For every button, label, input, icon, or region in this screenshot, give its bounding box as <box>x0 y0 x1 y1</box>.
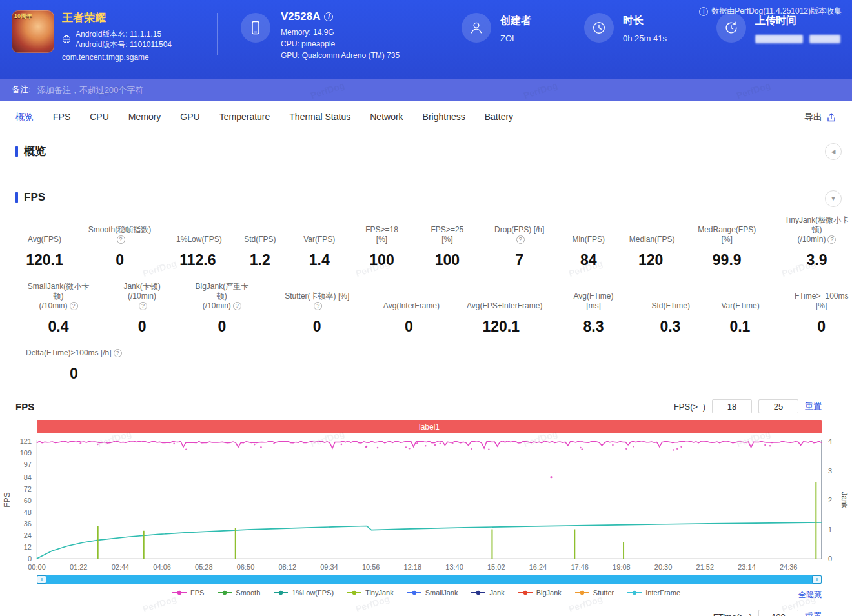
fps-section-title: FPS <box>24 191 45 204</box>
svg-text:0: 0 <box>28 555 32 562</box>
legend-item-smooth[interactable]: Smooth <box>217 589 260 597</box>
collect-info: i 数据由PerfDog(11.4.251012)版本收集 <box>699 6 842 17</box>
metric-value: 84 <box>570 252 607 269</box>
creator-value: ZOL <box>500 34 531 43</box>
note-input[interactable] <box>36 84 372 95</box>
help-icon[interactable]: ? <box>233 302 241 310</box>
svg-text:97: 97 <box>24 461 32 468</box>
chart-label-banner: label1 <box>37 420 822 433</box>
legend-item-bigjank[interactable]: BigJank <box>518 589 562 597</box>
tab-battery[interactable]: Battery <box>485 112 513 123</box>
legend-item-tinyjank[interactable]: TinyJank <box>347 589 394 597</box>
ftime-threshold-input[interactable] <box>758 610 798 616</box>
redacted-block <box>755 35 803 43</box>
svg-text:09:34: 09:34 <box>320 563 338 571</box>
legend-item-jank[interactable]: Jank <box>471 589 504 597</box>
help-icon[interactable]: ? <box>70 302 78 310</box>
help-icon[interactable]: ? <box>827 235 836 244</box>
legend-item-interframe[interactable]: InterFrame <box>627 589 680 597</box>
metric-value: 99.9 <box>694 252 759 269</box>
export-button[interactable]: 导出 <box>804 112 837 123</box>
metric-value: 100 <box>360 252 403 269</box>
svg-text:4: 4 <box>828 437 832 445</box>
fps-chart-title: FPS <box>15 401 34 412</box>
phone-icon <box>241 13 270 43</box>
creator-label: 创建者 <box>500 14 531 28</box>
scrollbar-right-handle[interactable]: ‖ <box>812 575 822 584</box>
collapse-overview-button[interactable]: ◀ <box>825 143 842 160</box>
legend-marker <box>471 590 486 596</box>
tab-temperature[interactable]: Temperature <box>219 112 270 123</box>
note-label: 备注: <box>12 84 31 95</box>
tab-概览[interactable]: 概览 <box>15 112 34 123</box>
svg-text:FPS: FPS <box>3 492 12 507</box>
legend-item-stutter[interactable]: Stutter <box>574 589 614 597</box>
collapse-fps-button[interactable]: ▼ <box>825 190 842 207</box>
svg-text:72: 72 <box>24 485 32 493</box>
svg-text:10:56: 10:56 <box>362 563 380 571</box>
metric: BigJank(严重卡顿)(/10min)?0 <box>193 282 251 335</box>
tab-memory[interactable]: Memory <box>128 112 161 123</box>
help-icon[interactable]: ? <box>516 235 525 244</box>
metric: Stutter(卡顿率) [%]?0 <box>283 292 351 335</box>
help-icon[interactable]: ? <box>314 302 322 310</box>
tab-network[interactable]: Network <box>370 112 403 123</box>
tab-gpu[interactable]: GPU <box>180 112 199 123</box>
metric-value: 1.4 <box>301 252 338 269</box>
device-name: V2528A <box>281 10 320 23</box>
help-icon[interactable]: ? <box>139 302 147 310</box>
metric: TinyJank(极微小卡顿)(/10min)?3.9 <box>782 215 852 269</box>
fps-metrics-grid: Avg(FPS)120.1Smooth(稳帧指数)?01%Low(FPS)112… <box>0 212 852 383</box>
metric: Std(FTime)0.3 <box>651 301 689 335</box>
fps-threshold-input-1[interactable] <box>712 399 752 413</box>
hide-all-button[interactable]: 全隐藏 <box>798 590 822 601</box>
svg-text:08:12: 08:12 <box>278 563 296 571</box>
fps-threshold-input-2[interactable] <box>758 399 798 413</box>
svg-text:12: 12 <box>24 543 32 551</box>
fps-chart-plot[interactable]: 012243648607284971091210123400:0001:2202… <box>0 436 852 573</box>
svg-text:Jank: Jank <box>840 492 849 508</box>
svg-text:12:18: 12:18 <box>404 563 422 571</box>
metric: FPS>=18 [%]100 <box>360 225 403 269</box>
tab-thermal-status[interactable]: Thermal Status <box>289 112 350 123</box>
report-header: 10周年 王者荣耀 Android版本名: 11.1.1.15 Android版… <box>0 0 852 79</box>
section-accent-bar <box>15 192 18 203</box>
reset-button[interactable]: 重置 <box>805 401 822 412</box>
svg-text:121: 121 <box>20 437 32 445</box>
legend-item-1-low-fps-[interactable]: 1%Low(FPS) <box>273 589 334 597</box>
legend-marker <box>407 590 422 596</box>
chart-scrollbar[interactable]: ‖ ‖ <box>37 575 822 584</box>
legend-item-fps[interactable]: FPS <box>172 589 204 597</box>
svg-text:2: 2 <box>828 496 832 504</box>
metric: SmallJank(微小卡顿)(/10min)?0.4 <box>26 282 91 335</box>
duration-label: 时长 <box>623 14 667 28</box>
metric-value: 120.1 <box>26 252 63 269</box>
legend-item-smalljank[interactable]: SmallJank <box>407 589 458 597</box>
svg-text:60: 60 <box>24 497 32 504</box>
svg-text:17:46: 17:46 <box>571 563 589 571</box>
person-icon <box>462 13 491 43</box>
metric: Delta(FTime)>100ms [/h]?0 <box>26 348 122 383</box>
ftime-reset-button[interactable]: 重置 <box>805 611 822 616</box>
metric-value: 100 <box>425 252 469 269</box>
upload-time-icon <box>716 13 746 43</box>
export-icon <box>826 112 837 123</box>
svg-text:00:00: 00:00 <box>28 563 46 571</box>
legend-marker <box>347 590 362 596</box>
clock-icon <box>584 13 614 43</box>
tab-brightness[interactable]: Brightness <box>423 112 465 123</box>
svg-text:48: 48 <box>24 508 32 516</box>
svg-text:02:44: 02:44 <box>112 563 130 571</box>
metric-value: 0 <box>26 365 122 383</box>
tab-cpu[interactable]: CPU <box>90 112 109 123</box>
tab-bar: 概览FPSCPUMemoryGPUTemperatureThermal Stat… <box>0 101 852 134</box>
help-icon[interactable]: ? <box>114 349 122 357</box>
scrollbar-left-handle[interactable]: ‖ <box>37 575 46 584</box>
svg-text:0: 0 <box>828 555 832 562</box>
svg-text:36: 36 <box>24 520 32 528</box>
duration-block: 时长 0h 25m 41s <box>584 10 691 43</box>
help-icon[interactable]: ? <box>117 235 125 244</box>
svg-text:01:22: 01:22 <box>70 563 88 571</box>
tab-fps[interactable]: FPS <box>53 112 70 123</box>
device-info-icon[interactable]: i <box>324 12 333 21</box>
